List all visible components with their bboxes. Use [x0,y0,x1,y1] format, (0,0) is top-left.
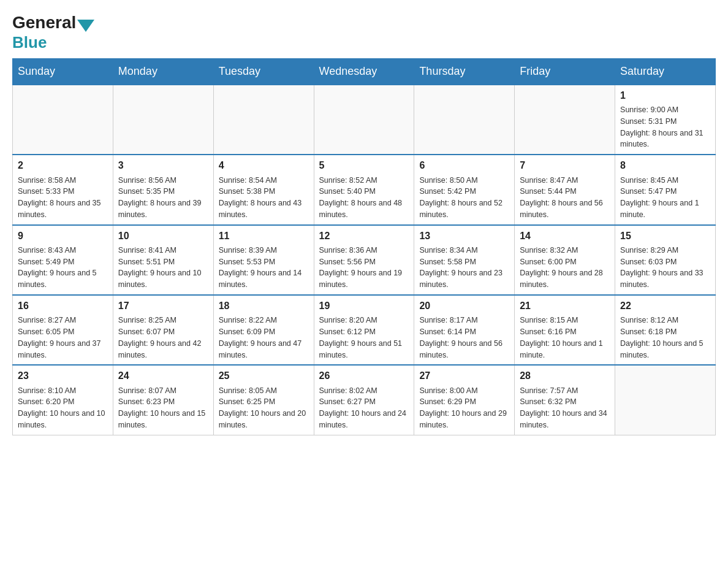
day-cell: 23Sunrise: 8:10 AMSunset: 6:20 PMDayligh… [13,365,113,435]
day-cell [314,85,414,155]
day-cell: 24Sunrise: 8:07 AMSunset: 6:23 PMDayligh… [113,365,213,435]
day-number: 4 [219,159,309,172]
day-info: Sunrise: 9:00 AMSunset: 5:31 PMDaylight:… [620,104,710,150]
day-info: Sunrise: 8:29 AMSunset: 6:03 PMDaylight:… [620,245,710,291]
day-cell [615,365,716,435]
day-cell [515,85,615,155]
day-cell: 1Sunrise: 9:00 AMSunset: 5:31 PMDaylight… [615,85,716,155]
day-number: 20 [419,299,509,313]
header-friday: Friday [515,58,615,85]
header-sunday: Sunday [13,58,113,85]
day-cell: 27Sunrise: 8:00 AMSunset: 6:29 PMDayligh… [414,365,515,435]
day-cell: 14Sunrise: 8:32 AMSunset: 6:00 PMDayligh… [515,225,615,295]
week-row-5: 23Sunrise: 8:10 AMSunset: 6:20 PMDayligh… [13,365,716,435]
day-info: Sunrise: 8:34 AMSunset: 5:58 PMDaylight:… [419,245,509,291]
day-number: 7 [520,159,610,172]
day-cell [213,85,314,155]
day-info: Sunrise: 8:41 AMSunset: 5:51 PMDaylight:… [118,245,208,291]
day-info: Sunrise: 8:12 AMSunset: 6:18 PMDaylight:… [620,315,710,361]
day-number: 14 [520,229,610,243]
day-cell: 25Sunrise: 8:05 AMSunset: 6:25 PMDayligh… [213,365,314,435]
week-row-2: 2Sunrise: 8:58 AMSunset: 5:33 PMDaylight… [13,155,716,224]
day-number: 21 [520,299,610,313]
day-info: Sunrise: 8:56 AMSunset: 5:35 PMDaylight:… [118,175,208,221]
day-number: 28 [520,369,610,383]
calendar-table: SundayMondayTuesdayWednesdayThursdayFrid… [12,58,716,435]
day-number: 18 [219,299,309,313]
header-thursday: Thursday [414,58,515,85]
logo-text: General Blue [12,12,94,52]
day-info: Sunrise: 8:47 AMSunset: 5:44 PMDaylight:… [520,175,610,221]
day-info: Sunrise: 8:58 AMSunset: 5:33 PMDaylight:… [18,175,108,221]
day-info: Sunrise: 8:10 AMSunset: 6:20 PMDaylight:… [18,385,108,431]
day-cell: 9Sunrise: 8:43 AMSunset: 5:49 PMDaylight… [13,225,113,295]
day-cell: 7Sunrise: 8:47 AMSunset: 5:44 PMDaylight… [515,155,615,224]
day-info: Sunrise: 8:45 AMSunset: 5:47 PMDaylight:… [620,175,710,221]
day-cell: 19Sunrise: 8:20 AMSunset: 6:12 PMDayligh… [314,295,414,365]
day-number: 19 [319,299,409,313]
day-cell [13,85,113,155]
day-cell: 3Sunrise: 8:56 AMSunset: 5:35 PMDaylight… [113,155,213,224]
day-number: 16 [18,299,108,313]
day-cell: 4Sunrise: 8:54 AMSunset: 5:38 PMDaylight… [213,155,314,224]
day-info: Sunrise: 8:32 AMSunset: 6:00 PMDaylight:… [520,245,610,291]
day-number: 11 [219,229,309,243]
header-tuesday: Tuesday [213,58,314,85]
day-number: 25 [219,369,309,383]
day-info: Sunrise: 8:20 AMSunset: 6:12 PMDaylight:… [319,315,409,361]
day-info: Sunrise: 8:52 AMSunset: 5:40 PMDaylight:… [319,175,409,221]
day-cell: 21Sunrise: 8:15 AMSunset: 6:16 PMDayligh… [515,295,615,365]
day-number: 6 [419,159,509,172]
day-cell [414,85,515,155]
day-cell: 22Sunrise: 8:12 AMSunset: 6:18 PMDayligh… [615,295,716,365]
day-info: Sunrise: 8:15 AMSunset: 6:16 PMDaylight:… [520,315,610,361]
logo-triangle-icon [77,20,94,32]
day-number: 17 [118,299,208,313]
header-wednesday: Wednesday [314,58,414,85]
day-info: Sunrise: 7:57 AMSunset: 6:32 PMDaylight:… [520,385,610,431]
day-info: Sunrise: 8:50 AMSunset: 5:42 PMDaylight:… [419,175,509,221]
day-cell: 12Sunrise: 8:36 AMSunset: 5:56 PMDayligh… [314,225,414,295]
day-cell: 6Sunrise: 8:50 AMSunset: 5:42 PMDaylight… [414,155,515,224]
day-cell: 13Sunrise: 8:34 AMSunset: 5:58 PMDayligh… [414,225,515,295]
week-row-1: 1Sunrise: 9:00 AMSunset: 5:31 PMDaylight… [13,85,716,155]
day-number: 13 [419,229,509,243]
day-number: 5 [319,159,409,172]
day-number: 8 [620,159,710,172]
day-info: Sunrise: 8:25 AMSunset: 6:07 PMDaylight:… [118,315,208,361]
svg-marker-0 [77,20,94,32]
day-info: Sunrise: 8:17 AMSunset: 6:14 PMDaylight:… [419,315,509,361]
day-info: Sunrise: 8:43 AMSunset: 5:49 PMDaylight:… [18,245,108,291]
week-row-3: 9Sunrise: 8:43 AMSunset: 5:49 PMDaylight… [13,225,716,295]
header-monday: Monday [113,58,213,85]
day-cell: 17Sunrise: 8:25 AMSunset: 6:07 PMDayligh… [113,295,213,365]
day-number: 15 [620,229,710,243]
day-info: Sunrise: 8:05 AMSunset: 6:25 PMDaylight:… [219,385,309,431]
day-cell: 2Sunrise: 8:58 AMSunset: 5:33 PMDaylight… [13,155,113,224]
day-number: 27 [419,369,509,383]
day-info: Sunrise: 8:07 AMSunset: 6:23 PMDaylight:… [118,385,208,431]
day-cell: 15Sunrise: 8:29 AMSunset: 6:03 PMDayligh… [615,225,716,295]
day-cell: 26Sunrise: 8:02 AMSunset: 6:27 PMDayligh… [314,365,414,435]
day-cell [113,85,213,155]
day-number: 24 [118,369,208,383]
day-cell: 10Sunrise: 8:41 AMSunset: 5:51 PMDayligh… [113,225,213,295]
day-number: 2 [18,159,108,172]
day-number: 1 [620,89,710,102]
day-info: Sunrise: 8:22 AMSunset: 6:09 PMDaylight:… [219,315,309,361]
day-number: 3 [118,159,208,172]
day-cell: 28Sunrise: 7:57 AMSunset: 6:32 PMDayligh… [515,365,615,435]
day-info: Sunrise: 8:39 AMSunset: 5:53 PMDaylight:… [219,245,309,291]
day-number: 26 [319,369,409,383]
day-number: 10 [118,229,208,243]
page-header: General Blue [12,12,716,52]
day-info: Sunrise: 8:36 AMSunset: 5:56 PMDaylight:… [319,245,409,291]
day-number: 9 [18,229,108,243]
day-cell: 18Sunrise: 8:22 AMSunset: 6:09 PMDayligh… [213,295,314,365]
day-cell: 11Sunrise: 8:39 AMSunset: 5:53 PMDayligh… [213,225,314,295]
week-row-4: 16Sunrise: 8:27 AMSunset: 6:05 PMDayligh… [13,295,716,365]
logo: General Blue [12,12,94,52]
day-info: Sunrise: 8:02 AMSunset: 6:27 PMDaylight:… [319,385,409,431]
day-info: Sunrise: 8:54 AMSunset: 5:38 PMDaylight:… [219,175,309,221]
day-cell: 16Sunrise: 8:27 AMSunset: 6:05 PMDayligh… [13,295,113,365]
